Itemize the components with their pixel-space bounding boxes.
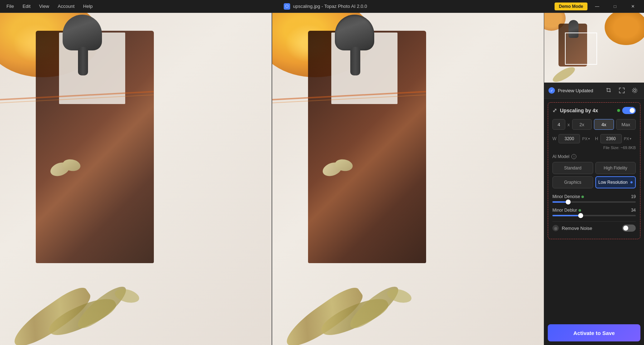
window-controls: Demo Mode — □ ✕ <box>555 1 641 12</box>
ai-model-section: AI Model i Standard High Fidelity Graphi… <box>552 154 636 188</box>
remove-noise-row: ◎ Remove Noise <box>552 221 636 235</box>
scale-4x-button[interactable]: 4x <box>594 119 614 130</box>
remove-noise-toggle[interactable] <box>622 225 636 232</box>
menu-help[interactable]: Help <box>79 2 96 10</box>
menu-account[interactable]: Account <box>54 2 78 10</box>
model-graphics-button[interactable]: Graphics <box>552 176 593 188</box>
minor-denoise-value: 19 <box>631 194 636 199</box>
left-image-panel <box>0 13 272 345</box>
upscaling-header: ⤢ Upscaling by 4x <box>552 107 636 114</box>
upscaling-panel: ⤢ Upscaling by 4x x 2x 4x Max <box>548 102 640 239</box>
close-button[interactable]: ✕ <box>625 1 641 12</box>
menu-view[interactable]: View <box>35 2 53 10</box>
width-unit[interactable]: PX ▾ <box>582 137 590 141</box>
minor-deblur-label-row: Minor Deblur 34 <box>552 208 636 213</box>
scale-x-label: x <box>567 122 570 127</box>
minor-denoise-row: Minor Denoise 19 <box>552 194 636 203</box>
denoise-active-dot <box>581 196 584 198</box>
toggle-dot <box>630 108 635 113</box>
menu-edit[interactable]: Edit <box>19 2 34 10</box>
model-low-resolution-button[interactable]: Low Resolution <box>595 176 636 188</box>
menu-file[interactable]: File <box>3 2 18 10</box>
main-layout: ▲ 📁 Open Images 🔍 <box>0 13 644 345</box>
deblur-active-dot <box>579 209 581 212</box>
height-label: H <box>595 136 598 141</box>
minor-deblur-fill <box>552 215 581 216</box>
width-input[interactable] <box>558 134 580 143</box>
width-label: W <box>552 136 556 141</box>
activate-to-save-button[interactable]: Activate to Save <box>548 324 640 341</box>
file-size-display: File Size: ~69.8KB <box>552 146 636 150</box>
svg-point-6 <box>633 88 637 93</box>
upscaling-title: ⤢ Upscaling by 4x <box>552 107 598 114</box>
ai-model-label: AI Model <box>552 154 569 159</box>
preview-check-icon: ✓ <box>548 87 555 94</box>
scale-max-button[interactable]: Max <box>616 119 636 130</box>
scale-row: x 2x 4x Max <box>552 119 636 130</box>
ai-model-header: AI Model i <box>552 154 636 159</box>
original-photo <box>0 13 272 345</box>
minor-deblur-row: Minor Deblur 34 <box>552 208 636 216</box>
settings-icon-button[interactable] <box>630 85 640 95</box>
minor-denoise-thumb[interactable] <box>566 199 571 204</box>
width-unit-chevron: ▾ <box>588 137 590 141</box>
preview-updated-label: Preview Updated <box>558 88 593 93</box>
upscaling-label: Upscaling by 4x <box>560 108 598 113</box>
remove-noise-label: ◎ Remove Noise <box>552 225 592 231</box>
upscale-arrow-icon: ⤢ <box>552 107 557 114</box>
scale-2x-button[interactable]: 2x <box>572 119 592 130</box>
minor-denoise-track[interactable] <box>552 201 636 203</box>
remove-noise-toggle-dot <box>623 226 628 231</box>
height-input[interactable] <box>600 134 622 143</box>
minor-deblur-thumb[interactable] <box>578 213 583 218</box>
maximize-button[interactable]: □ <box>607 1 623 12</box>
ai-model-grid: Standard High Fidelity Graphics Low Reso… <box>552 162 636 188</box>
minor-denoise-label-row: Minor Denoise 19 <box>552 194 636 199</box>
upscaling-toggle[interactable] <box>622 107 636 114</box>
model-high-fidelity-button[interactable]: High Fidelity <box>595 162 636 174</box>
menu-bar: File Edit View Account Help <box>3 2 96 10</box>
model-standard-button[interactable]: Standard <box>552 162 593 174</box>
ai-model-info-icon[interactable]: i <box>571 154 576 159</box>
title-bar: File Edit View Account Help ⬡ upscaling.… <box>0 0 644 13</box>
viewport-indicator[interactable] <box>565 33 597 65</box>
scale-value-input[interactable] <box>552 119 565 130</box>
preview-bar: ✓ Preview Updated <box>544 83 644 99</box>
height-unit[interactable]: PX ▾ <box>624 137 632 141</box>
thumb-orange <box>605 13 644 45</box>
minor-deblur-value: 34 <box>631 208 636 213</box>
height-unit-chevron: ▾ <box>630 137 631 141</box>
sliders-section: Minor Denoise 19 Minor Deblur <box>552 193 636 216</box>
active-model-dot <box>630 181 633 183</box>
minimize-button[interactable]: — <box>589 1 605 12</box>
demo-mode-button[interactable]: Demo Mode <box>555 3 587 10</box>
right-sidebar: ✓ Preview Updated ⤢ Upsc <box>544 13 644 345</box>
thumbnail-area <box>544 13 644 83</box>
minor-deblur-track[interactable] <box>552 215 636 216</box>
dimensions-row: W PX ▾ H PX ▾ <box>552 134 636 143</box>
crop-icon-button[interactable] <box>604 85 614 95</box>
split-view <box>0 13 544 345</box>
preview-status: ✓ Preview Updated <box>548 87 593 94</box>
svg-point-5 <box>634 89 636 92</box>
preview-icons <box>604 85 640 95</box>
minor-denoise-label: Minor Denoise <box>552 194 584 199</box>
processed-photo <box>272 13 544 345</box>
expand-icon-button[interactable] <box>617 85 627 95</box>
image-area: ▲ 📁 Open Images 🔍 <box>0 13 544 345</box>
window-title: upscaling.jpg - Topaz Photo AI 2.0.0 <box>293 4 367 9</box>
thumbnail-preview <box>544 13 644 83</box>
remove-noise-icon: ◎ <box>552 225 559 231</box>
app-icon: ⬡ <box>284 3 290 10</box>
active-indicator <box>617 109 620 112</box>
minor-deblur-label: Minor Deblur <box>552 208 581 213</box>
title-center: ⬡ upscaling.jpg - Topaz Photo AI 2.0.0 <box>284 3 367 10</box>
right-image-panel <box>272 13 544 345</box>
sidebar-spacer <box>544 239 644 321</box>
